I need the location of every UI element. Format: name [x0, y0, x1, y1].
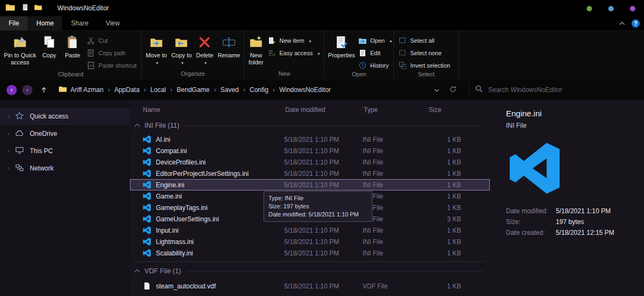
- delete-button[interactable]: Delete: [194, 32, 215, 67]
- vscode-file-icon: [143, 203, 151, 212]
- vscode-file-icon: [143, 249, 151, 257]
- invert-selection-button[interactable]: Invert selection: [396, 61, 452, 70]
- ribbon-group-label-new: New: [245, 70, 324, 80]
- file-date-modified: 5/18/2021 1:10 PM: [284, 227, 363, 234]
- delete-icon: [198, 34, 212, 50]
- tab-home[interactable]: Home: [28, 16, 62, 30]
- new-folder-button[interactable]: New folder: [247, 32, 265, 66]
- group-header-ini[interactable]: INI File (11): [134, 120, 484, 131]
- ribbon-group-label-open: Open: [325, 70, 393, 80]
- file-type: INI File: [363, 170, 426, 177]
- file-row[interactable]: Scalability.ini 5/18/2021 1:10 PM INI Fi…: [130, 247, 490, 259]
- file-name: steam_autocloud.vdf: [156, 282, 216, 290]
- status-dot-purple[interactable]: [630, 6, 635, 11]
- search-icon: [475, 84, 483, 95]
- address-path[interactable]: Ariff AzmanAppDataLocalBendGameSavedConf…: [55, 83, 463, 97]
- breadcrumb-item[interactable]: Config: [249, 86, 279, 94]
- file-date-modified: 5/18/2021 1:10 PM: [284, 249, 363, 257]
- chevron-right-icon[interactable]: [6, 166, 10, 170]
- column-headers: Name Date modified Type Size: [130, 103, 490, 116]
- sidebar-item-quick-access[interactable]: Quick access: [0, 108, 130, 125]
- breadcrumb-item[interactable]: Ariff Azman: [70, 86, 114, 94]
- collapse-ribbon-icon[interactable]: [619, 19, 625, 27]
- column-header-type[interactable]: Type: [363, 105, 426, 115]
- ribbon-group-label-organize: Organize: [142, 70, 244, 80]
- file-date-modified: 5/18/2021 1:10 PM: [284, 238, 363, 246]
- preview-label-size: Size:: [506, 218, 556, 226]
- file-name: Scalability.ini: [156, 249, 193, 257]
- breadcrumb-item[interactable]: WindowsNoEditor: [279, 86, 339, 94]
- file-list: Name Date modified Type Size INI File (1…: [130, 100, 490, 296]
- column-header-name[interactable]: Name: [130, 105, 284, 115]
- paste-shortcut-button[interactable]: Paste shortcut: [84, 61, 139, 70]
- ribbon-group-clipboard: Pin to Quick access Copy Paste: [0, 31, 142, 80]
- file-name: DeviceProfiles.ini: [156, 159, 206, 166]
- file-row[interactable]: steam_autocloud.vdf 5/18/2021 1:10 PM VD…: [130, 280, 490, 292]
- back-button[interactable]: ‹: [6, 85, 17, 95]
- paste-button[interactable]: Paste: [61, 32, 84, 59]
- file-size: 1 KB: [426, 204, 461, 212]
- qat-new-folder-icon[interactable]: [34, 3, 42, 13]
- file-name: GameplayTags.ini: [156, 204, 207, 212]
- refresh-icon[interactable]: [449, 85, 457, 95]
- help-icon[interactable]: ?: [632, 19, 640, 28]
- file-row[interactable]: DeviceProfiles.ini 5/18/2021 1:10 PM INI…: [130, 156, 490, 168]
- tooltip-date-modified: Date modified: 5/18/2021 1:10 PM: [268, 211, 367, 219]
- column-header-size[interactable]: Size: [426, 105, 461, 115]
- column-header-date-modified[interactable]: Date modified: [284, 105, 363, 115]
- copy-to-button[interactable]: Copy to: [169, 32, 193, 67]
- vscode-file-icon: [143, 192, 151, 200]
- copy-button[interactable]: Copy: [38, 32, 61, 59]
- group-header-vdf[interactable]: VDF File (1): [134, 265, 484, 277]
- open-dropdown-icon: [388, 37, 392, 44]
- forward-button[interactable]: ›: [22, 85, 32, 95]
- properties-button[interactable]: Properties: [327, 32, 356, 59]
- breadcrumb-item[interactable]: AppData: [114, 86, 150, 94]
- breadcrumb-item[interactable]: BendGame: [177, 86, 221, 94]
- sidebar-item-onedrive[interactable]: OneDrive: [0, 125, 130, 142]
- status-dot-blue[interactable]: [608, 6, 614, 11]
- select-all-button[interactable]: Select all: [396, 36, 452, 45]
- file-row[interactable]: Input.ini 5/18/2021 1:10 PM INI File 1 K…: [130, 225, 490, 236]
- search-input[interactable]: [488, 86, 632, 94]
- properties-icon: [334, 34, 349, 50]
- tab-view[interactable]: View: [97, 16, 128, 30]
- file-row[interactable]: AI.ini 5/18/2021 1:10 PM INI File 1 KB: [130, 134, 490, 145]
- address-dropdown-icon[interactable]: [434, 86, 439, 94]
- cut-button[interactable]: Cut: [84, 36, 139, 45]
- sidebar-item-this-pc[interactable]: This PC: [0, 142, 130, 160]
- breadcrumb-item[interactable]: Local: [150, 86, 177, 94]
- qat-properties-icon[interactable]: [22, 3, 29, 13]
- select-none-button[interactable]: Select none: [396, 48, 452, 58]
- vscode-file-icon: [143, 135, 151, 143]
- file-row[interactable]: Compat.ini 5/18/2021 1:10 PM INI File 1 …: [130, 145, 490, 156]
- status-dot-green[interactable]: [587, 6, 592, 11]
- chevron-right-icon[interactable]: [6, 114, 10, 118]
- copy-path-button[interactable]: Copy path: [84, 48, 139, 58]
- file-row[interactable]: EditorPerProjectUserSettings.ini 5/18/20…: [130, 168, 490, 179]
- breadcrumb-item[interactable]: Saved: [220, 86, 249, 94]
- history-button[interactable]: History: [356, 61, 394, 70]
- open-button[interactable]: Open: [356, 36, 394, 45]
- chevron-right-icon[interactable]: [6, 131, 10, 135]
- pin-to-quick-access-button[interactable]: Pin to Quick access: [2, 32, 38, 66]
- edit-button[interactable]: Edit: [356, 48, 394, 58]
- sidebar-item-network[interactable]: Network: [0, 160, 130, 177]
- move-to-button[interactable]: Move to: [144, 32, 168, 67]
- main-area: Quick access OneDrive This PC: [0, 100, 644, 296]
- chevron-right-icon[interactable]: [6, 149, 10, 153]
- tab-file[interactable]: File: [0, 16, 28, 30]
- rename-button[interactable]: Rename: [216, 32, 242, 59]
- file-size: 1 KB: [426, 136, 461, 143]
- file-row[interactable]: Engine.ini 5/18/2021 1:10 PM INI File 1 …: [130, 179, 490, 190]
- ribbon-group-new: New folder New item Easy access New: [245, 31, 325, 80]
- tab-share[interactable]: Share: [62, 16, 97, 30]
- new-item-button[interactable]: New item: [265, 36, 322, 45]
- file-row[interactable]: Lightmass.ini 5/18/2021 1:10 PM INI File…: [130, 236, 490, 247]
- easy-access-button[interactable]: Easy access: [265, 48, 322, 58]
- file-size: 1 KB: [426, 159, 461, 166]
- tooltip-type: Type: INI File: [268, 194, 367, 202]
- up-button[interactable]: [40, 86, 48, 94]
- paste-icon: [65, 34, 80, 50]
- breadcrumb-folder-icon: [58, 85, 67, 94]
